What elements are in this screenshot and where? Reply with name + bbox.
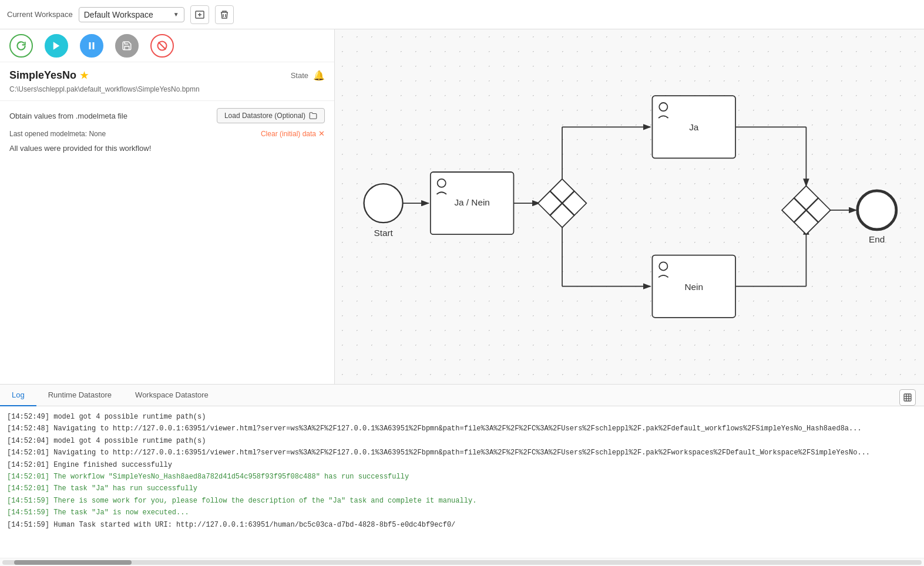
horizontal-scrollbar[interactable] <box>0 558 924 566</box>
svg-marker-5 <box>53 42 60 50</box>
clear-label: Clear (initial) data <box>261 130 316 138</box>
svg-rect-6 <box>89 42 91 49</box>
workflow-name: SimpleYesNo ★ <box>9 69 88 82</box>
workflow-title-row: SimpleYesNo ★ State 🔔 <box>9 69 325 82</box>
obtain-row: Obtain values from .modelmeta file Load … <box>9 108 325 123</box>
log-line: [14:52:01] The task "Ja" has run success… <box>7 483 917 494</box>
end-event[interactable] <box>858 191 896 230</box>
delete-workspace-button[interactable] <box>215 5 234 24</box>
values-status: All values were provided for this workfl… <box>9 144 325 153</box>
start-event[interactable] <box>364 184 403 223</box>
diagram-area[interactable]: Start Ja / Nein Ja <box>335 29 924 384</box>
log-line: [14:51:59] There is some work for you, p… <box>7 495 917 507</box>
log-line: [14:52:48] Navigating to http://127.0.0.… <box>7 423 917 434</box>
last-opened-label: Last opened modelmeta: None <box>9 130 106 138</box>
load-datastore-button[interactable]: Load Datastore (Optional) <box>217 108 325 123</box>
state-area: State 🔔 <box>291 70 325 81</box>
log-line: [14:52:01] Navigating to http://127.0.0.… <box>7 447 917 459</box>
tab-runtime-datastore[interactable]: Runtime Datastore <box>36 385 123 406</box>
workflow-info: SimpleYesNo ★ State 🔔 C:\Users\schleppl.… <box>0 62 334 101</box>
svg-rect-7 <box>93 42 95 49</box>
star-icon[interactable]: ★ <box>80 70 88 81</box>
task-ja-label: Ja <box>689 122 699 132</box>
start-label: Start <box>374 228 393 238</box>
folder-icon <box>309 112 317 120</box>
scrollbar-thumb[interactable] <box>14 560 132 565</box>
tabs-row: Log Runtime Datastore Workspace Datastor… <box>0 385 924 406</box>
bpmn-diagram: Start Ja / Nein Ja <box>335 29 924 384</box>
refresh-button[interactable] <box>9 34 33 58</box>
clear-x-icon: ✕ <box>318 129 325 138</box>
run-button[interactable] <box>45 34 68 58</box>
svg-rect-11 <box>904 394 911 401</box>
task-nein-label: Nein <box>684 282 703 292</box>
data-section: Obtain values from .modelmeta file Load … <box>0 101 334 384</box>
workspace-dropdown[interactable]: Default Workspace ▼ <box>79 7 184 22</box>
log-line: [14:51:59] The task "Ja" is now executed… <box>7 507 917 518</box>
add-workspace-button[interactable] <box>190 5 209 24</box>
obtain-label: Obtain values from .modelmeta file <box>9 112 127 120</box>
svg-line-9 <box>159 42 166 49</box>
task-ja-nein-label: Ja / Nein <box>454 197 490 207</box>
log-line: [14:52:01] Engine finished successfully <box>7 459 917 471</box>
export-icon <box>903 393 912 402</box>
workflow-path: C:\Users\schleppl.pak\default_workflows\… <box>9 85 325 93</box>
top-bar: Current Workspace Default Workspace ▼ <box>0 0 924 29</box>
scrollbar-track[interactable] <box>2 560 922 565</box>
chevron-down-icon: ▼ <box>173 11 179 18</box>
end-label: End <box>869 234 885 244</box>
left-panel: SimpleYesNo ★ State 🔔 C:\Users\schleppl.… <box>0 29 335 384</box>
load-datastore-label: Load Datastore (Optional) <box>224 112 305 120</box>
pause-button[interactable] <box>80 34 103 58</box>
clear-initial-data-button[interactable]: Clear (initial) data ✕ <box>261 129 325 138</box>
log-content[interactable]: [14:52:49] model got 4 possible runtime … <box>0 406 924 558</box>
save-button[interactable] <box>115 34 139 58</box>
log-export-button[interactable] <box>899 389 916 406</box>
last-opened-row: Last opened modelmeta: None Clear (initi… <box>9 129 325 138</box>
log-line: [14:51:59] Human Task started with URI: … <box>7 519 917 531</box>
stop-button[interactable] <box>150 34 174 58</box>
tab-log[interactable]: Log <box>0 385 36 406</box>
toolbar <box>0 29 334 62</box>
log-line: [14:52:01] The workflow "SimpleYesNo_Has… <box>7 471 917 483</box>
workspace-dropdown-text: Default Workspace <box>84 10 170 19</box>
tab-workspace-datastore[interactable]: Workspace Datastore <box>123 385 220 406</box>
log-line: [14:52:49] model got 4 possible runtime … <box>7 411 917 423</box>
log-line: [14:52:04] model got 4 possible runtime … <box>7 435 917 447</box>
bell-icon[interactable]: 🔔 <box>313 70 325 81</box>
state-label: State <box>291 71 308 80</box>
main-area: SimpleYesNo ★ State 🔔 C:\Users\schleppl.… <box>0 29 924 384</box>
workflow-name-text: SimpleYesNo <box>9 69 76 82</box>
bottom-panel: Log Runtime Datastore Workspace Datastor… <box>0 384 924 566</box>
current-workspace-label: Current Workspace <box>7 10 73 19</box>
